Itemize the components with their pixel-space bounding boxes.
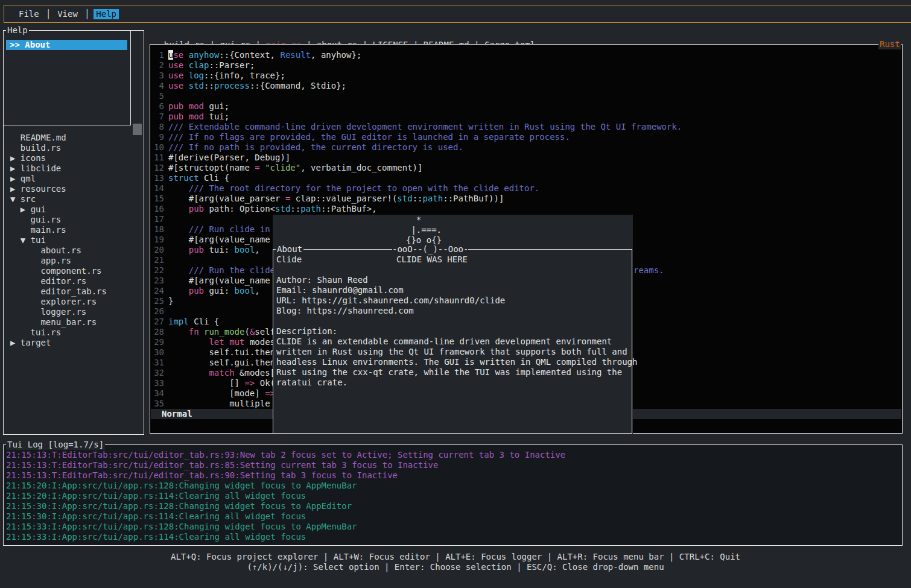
code-line-2[interactable]: 2use clap::Parser; [150,60,901,71]
log-entry: 21:15:13:T:EditorTab:src/tui/editor_tab.… [6,470,901,481]
log-entry: 21:15:13:T:EditorTab:src/tui/editor_tab.… [6,460,901,470]
about-ascii-art: * |.===.{}o o{} [406,215,442,245]
line-number: 26 [150,306,164,317]
line-content: multiple = [168,399,280,409]
code-line-22-overflow: reams. [633,265,664,276]
line-number: 17 [150,214,164,224]
code-line-1[interactable]: 1use anyhow::{Context, Result, anyhow}; [150,50,901,60]
menu-item-help[interactable]: Help [94,9,119,19]
line-number: 25 [150,296,164,306]
dropdown-item-about[interactable]: >> About [6,40,127,50]
about-text-line [276,316,630,326]
tree-item-component.rs[interactable]: component.rs [4,266,142,276]
line-content: #[arg(value_name = [168,235,280,245]
line-content: use anyhow::{Context, Result, anyhow}; [168,50,361,60]
line-content: use std::process::{Command, Stdio}; [168,81,346,91]
code-line-3[interactable]: 3use log::{info, trace}; [150,71,901,81]
tree-item-qml[interactable]: ▶ qml [4,174,142,184]
line-content: [] => Ok(R [168,378,280,388]
line-number: 1 [150,50,164,60]
about-text-line: CLIDE is an extendable command-line driv… [276,337,630,347]
line-content: pub mod tui; [168,112,229,122]
menu-items: File│View│Help [16,9,119,19]
menu-item-file[interactable]: File [16,9,42,19]
tui-log-title: Tui Log [log=1.7/s] [6,440,105,450]
tree-item-about.rs[interactable]: about.rs [4,245,142,256]
line-number: 5 [150,91,164,101]
line-number: 30 [150,347,164,358]
tree-item-explorer.rs[interactable]: explorer.rs [4,297,142,307]
line-number: 22 [150,265,164,276]
line-content: #[arg(value_name = [168,276,280,286]
about-dialog: * |.===.{}o o{} -ooO--(_)--Ooo- About Cl… [273,215,633,434]
code-line-5[interactable]: 5 [150,91,901,101]
tree-item-logger.rs[interactable]: logger.rs [4,307,142,317]
line-number: 12 [150,163,164,173]
menu-item-view[interactable]: View [55,9,80,19]
code-line-10[interactable]: 10/// If no path is provided, the curren… [150,142,901,153]
code-line-4[interactable]: 4use std::process::{Command, Stdio}; [150,81,901,91]
keybind-help-line-1: ALT+Q: Focus project explorer | ALT+W: F… [0,552,911,562]
line-content: let mut modes [168,337,275,347]
code-line-15[interactable]: 15 #[arg(value_parser = clap::value_pars… [150,194,901,204]
about-dialog-title: About [276,244,303,254]
tree-item-editor.rs[interactable]: editor.rs [4,276,142,286]
tree-item-README.md[interactable]: README.md [4,133,142,143]
line-content: impl Cli { [168,317,219,327]
tree-item-tui[interactable]: ▼ tui [4,235,142,245]
tree-item-gui[interactable]: ▶ gui [4,204,142,215]
code-line-6[interactable]: 6pub mod gui; [150,101,901,112]
tree-item-menu_bar.rs[interactable]: menu_bar.rs [4,317,142,327]
tree-item-editor_tab.rs[interactable]: editor_tab.rs [4,286,142,297]
log-entries: 21:15:13:T:EditorTab:src/tui/editor_tab.… [6,450,901,542]
code-line-9[interactable]: 9/// If no flags are provided, the GUI e… [150,132,901,142]
about-ascii-art-border: -ooO--(_)--Ooo- [392,244,468,254]
line-content: self.gui.then( [168,358,280,368]
explorer-scrollbar-thumb[interactable] [133,124,142,135]
code-line-12[interactable]: 12#[structopt(name = "clide", verbatim_d… [150,163,901,173]
log-entry: 21:15:33:I:App:src/tui/app.rs:128:Changi… [6,522,901,532]
code-line-8[interactable]: 8/// Extendable command-line driven deve… [150,122,901,132]
tree-item-libclide[interactable]: ▶ libclide [4,163,142,174]
line-number: 19 [150,235,164,245]
log-entry: 21:15:20:I:App:src/tui/app.rs:114:Cleari… [6,491,901,501]
line-content: /// Run the clide [168,265,280,276]
tree-item-app.rs[interactable]: app.rs [4,256,142,266]
code-line-16[interactable]: 16 pub path: Option<std::path::PathBuf>, [150,204,901,214]
keybind-help-line-2: (↑/k)/(↓/j): Select option | Enter: Choo… [0,562,911,572]
code-line-14[interactable]: 14 /// The root directory for the projec… [150,183,901,194]
line-content: self.tui.then( [168,347,280,358]
ascii-art-line: * [406,215,442,225]
tree-item-icons[interactable]: ▶ icons [4,153,142,163]
line-number: 35 [150,399,164,409]
tree-item-resources[interactable]: ▶ resources [4,184,142,194]
about-text-line: ratatui crate. [276,378,630,388]
line-content: fn run_mode(&self) [168,327,280,337]
tree-item-src[interactable]: ▼ src [4,194,142,204]
about-text-line: URL: https://git.shaunreed.com/shaunrd0/… [276,296,630,306]
line-number: 2 [150,60,164,71]
code-line-13[interactable]: 13struct Cli { [150,173,901,183]
tree-item-build.rs[interactable]: build.rs [4,143,142,153]
menu-separator: │ [46,9,51,19]
tree-item-gui.rs[interactable]: gui.rs [4,215,142,225]
about-text-line: Blog: https://shaunreed.com [276,306,630,316]
line-number: 14 [150,183,164,194]
line-number: 6 [150,101,164,112]
code-line-7[interactable]: 7pub mod tui; [150,112,901,122]
tree-item-target[interactable]: ▶ target [4,338,142,348]
code-line-11[interactable]: 11#[derive(Parser, Debug)] [150,153,901,163]
editor-tab-bar: build.rs | gui.rs | main.rs | about.rs |… [154,30,535,40]
line-content: struct Cli { [168,173,229,183]
about-info: Author: Shaun ReedEmail: shaunrd0@gmail.… [276,265,630,388]
tree-item-main.rs[interactable]: main.rs [4,225,142,235]
line-content: #[derive(Parser, Debug)] [168,153,290,163]
tree-item-tui.rs[interactable]: tui.rs [4,327,142,338]
log-entry: 21:15:13:T:EditorTab:src/tui/editor_tab.… [6,450,901,460]
line-number: 13 [150,173,164,183]
line-number: 24 [150,286,164,296]
about-text-line [276,265,630,275]
line-number: 15 [150,194,164,204]
language-badge: Rust [878,39,901,49]
line-content: match &modes[. [168,368,280,378]
